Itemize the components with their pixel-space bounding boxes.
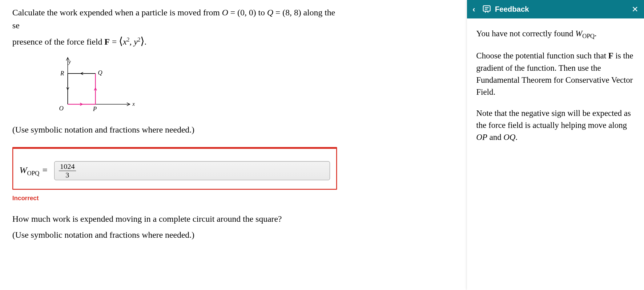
answer-den: 3	[64, 171, 70, 179]
feedback-p3: Note that the negative sign will be expe…	[476, 107, 635, 143]
var-F: F	[104, 37, 110, 46]
fb-p3-a: Note that the negative sign will be expe…	[476, 109, 631, 130]
prompt-eq1: = (0, 0) to	[228, 8, 267, 17]
feedback-title: Feedback	[495, 5, 632, 14]
answer-box: WOPQ = 1024 3	[12, 147, 337, 190]
chevron-left-icon[interactable]: ‹	[473, 5, 475, 14]
main-content: Calculate the work expended when a parti…	[12, 6, 339, 246]
q2-line1: How much work is expended moving in a co…	[12, 214, 339, 224]
axis-y-label: y	[68, 59, 71, 65]
fb-p3-end: .	[515, 133, 517, 142]
axis-x-label: x	[132, 101, 135, 107]
question-2: How much work is expended moving in a co…	[12, 214, 339, 240]
var-y: y	[134, 37, 138, 46]
point-P: P	[93, 105, 97, 112]
path-graph: y x R Q O P	[43, 55, 339, 119]
var-Q: Q	[267, 8, 273, 17]
var-O: O	[222, 8, 228, 17]
feedback-p2: Choose the potential function such that …	[476, 50, 635, 98]
angle-open: ⟨	[119, 35, 123, 47]
var-x: x	[123, 37, 127, 46]
q2-line2: (Use symbolic notation and fractions whe…	[12, 230, 339, 240]
feedback-header: ‹ Feedback ✕	[467, 0, 644, 18]
answer-input[interactable]: 1024 3	[54, 161, 330, 180]
sup-2a: 2	[127, 37, 130, 43]
prompt-text2: presence of the force field	[12, 37, 104, 46]
label-sub: OPQ	[27, 170, 39, 177]
sup-2b: 2	[138, 37, 140, 43]
feedback-icon	[482, 5, 491, 14]
point-O: O	[59, 105, 63, 112]
fb-p3-OP: OP	[476, 133, 487, 142]
point-Q: Q	[98, 69, 103, 76]
fb-p1-sub: OPQ	[582, 33, 594, 39]
label-W: W	[19, 165, 27, 175]
answer-label: WOPQ =	[19, 165, 48, 177]
fb-p2-a: Choose the potential function such that	[476, 51, 608, 60]
feedback-p1: You have not correctly found WOPQ.	[476, 28, 635, 41]
answer-num: 1024	[59, 162, 76, 171]
instruction-1: (Use symbolic notation and fractions whe…	[12, 125, 339, 135]
fb-p1-a: You have not correctly found	[476, 29, 575, 38]
answer-fraction: 1024 3	[59, 162, 76, 179]
angle-close: ⟩	[140, 35, 144, 47]
fb-p1-end: .	[594, 29, 597, 38]
label-eq: =	[39, 165, 48, 175]
feedback-body: You have not correctly found WOPQ. Choos…	[467, 18, 644, 162]
close-icon[interactable]: ✕	[632, 5, 638, 14]
prompt-line-2: presence of the force field F = ⟨x2, y2⟩…	[12, 33, 339, 49]
feedback-panel: ‹ Feedback ✕ You have not correctly foun…	[467, 0, 644, 290]
period: .	[144, 37, 147, 46]
fb-p3-and: and	[487, 133, 503, 142]
svg-rect-6	[483, 6, 490, 11]
fb-p2-F: F	[608, 51, 614, 60]
fb-p3-OQ: OQ	[503, 133, 515, 142]
prompt-line-1: Calculate the work expended when a parti…	[12, 6, 339, 32]
vec-comma: ,	[130, 37, 134, 46]
fb-p1-W: W	[575, 29, 582, 38]
prompt-eq3: =	[110, 37, 119, 46]
incorrect-label: Incorrect	[12, 195, 339, 202]
point-R: R	[60, 70, 64, 77]
prompt-text: Calculate the work expended when a parti…	[12, 8, 222, 17]
